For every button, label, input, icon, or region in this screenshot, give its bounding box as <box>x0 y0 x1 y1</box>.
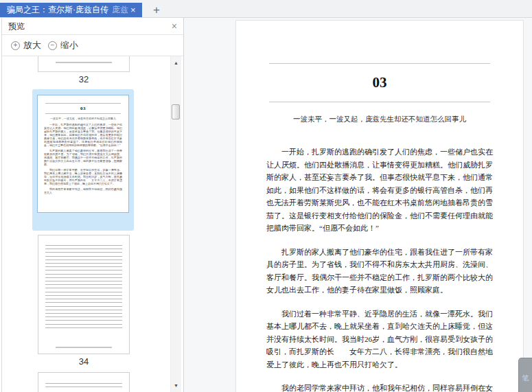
chapter-heading: 03 <box>266 74 493 91</box>
scroll-down-icon[interactable]: ▼ <box>171 382 181 389</box>
scrollbar-thumb[interactable] <box>172 104 180 119</box>
body-paragraph: 扎罗斯的家人搬离了他们豪华的住宅，跟着我住进了一所带有家具的房子里。为了省钱，我… <box>266 246 493 297</box>
preview-toolbar: + 放大 − 缩小 <box>2 35 183 56</box>
notes-handle-label: 笔 <box>522 373 529 383</box>
active-tab-title-faded: 庞兹 <box>112 4 128 16</box>
zoom-in-label: 放大 <box>23 39 41 51</box>
thumbnail-label-34: 34 <box>38 356 130 367</box>
mini-text-lines <box>45 383 122 387</box>
preview-panel: 预览 × + 放大 − 缩小 32 <box>1 18 184 392</box>
mini-paragraph: 我的老同学常来家中拜访，他和我年纪相仿，同样容易拜倒在女人 <box>44 187 122 194</box>
document-page: 03 一波未平，一波又起，庞兹先生却还不知道怎么回事儿 一开始，扎罗斯的逃跑的确… <box>235 20 524 392</box>
body-text: 一开始，扎罗斯的逃跑的确引发了人们的焦虑，一些储户也实在让人厌烦。他们四处散播消… <box>266 146 493 392</box>
scroll-up-icon[interactable]: ▲ <box>171 60 181 67</box>
zoom-in-icon: + <box>11 41 20 50</box>
preview-panel-title: 预览 <box>8 21 25 32</box>
zoom-out-button[interactable]: − 缩小 <box>48 39 78 51</box>
mini-text-lines <box>45 274 122 288</box>
mini-text-lines <box>45 245 122 253</box>
app-window: 骗局之王：查尔斯·庞兹自传 庞兹 × + 预览 × + 放大 − 缩小 <box>0 0 532 392</box>
divider-bottom <box>269 102 490 102</box>
preview-panel-header: 预览 × <box>2 18 183 35</box>
document-view: 03 一波未平，一波又起，庞兹先生却还不知道怎么回事儿 一开始，扎罗斯的逃跑的确… <box>184 18 532 392</box>
mini-chapter-heading: 03 <box>44 106 122 111</box>
chapter-subtitle: 一波未平，一波又起，庞兹先生却还不知道怎么回事儿 <box>266 115 493 124</box>
content-row: 预览 × + 放大 − 缩小 32 <box>0 18 532 392</box>
body-paragraph: 一开始，扎罗斯的逃跑的确引发了人们的焦虑，一些储户也实在让人厌烦。他们四处散播消… <box>266 146 493 235</box>
mini-paragraph: 扎罗斯的家人搬离了他们豪华的住宅，跟着我住进了一所带有家具的房子里。为了省钱，我… <box>44 149 122 166</box>
notes-side-handle[interactable]: 笔 <box>518 358 532 392</box>
body-paragraph: 我的老同学常来家中拜访，他和我年纪相仿，同样容易拜倒在女人 <box>266 382 493 392</box>
active-tab[interactable]: 骗局之王：查尔斯·庞兹自传 庞兹 × <box>0 3 142 17</box>
preview-close-icon[interactable]: × <box>172 21 177 31</box>
mini-text-lines <box>45 324 122 328</box>
thumbnail-page-33-selected[interactable]: 03 一波未平，一波又起，庞兹先生却还不知道怎么回事儿 一开始，扎罗斯的逃跑的确… <box>32 89 134 231</box>
thumbnail-page-35[interactable] <box>38 372 130 392</box>
mini-divider <box>45 113 121 114</box>
thumbnail-page-32[interactable] <box>38 56 130 72</box>
mini-text-lines <box>45 292 122 303</box>
thumbnail-footer-line <box>56 62 112 63</box>
zoom-out-label: 缩小 <box>60 39 78 51</box>
mini-text-lines <box>45 306 122 321</box>
zoom-in-button[interactable]: + 放大 <box>11 39 41 51</box>
active-tab-title: 骗局之王：查尔斯·庞兹自传 <box>7 4 108 16</box>
thumbnails-scrollbar[interactable]: ▲ ▼ <box>170 56 181 392</box>
mini-subtitle: 一波未平，一波又起，庞兹先生却还不知道怎么回事儿 <box>44 117 122 120</box>
thumbnail-footer-line <box>56 347 112 348</box>
mini-text-block: 一波未平，一波又起，庞兹先生却还不知道怎么回事儿 一开始，扎罗斯的逃跑的确引发了… <box>44 115 122 203</box>
tab-bar: 骗局之王：查尔斯·庞兹自传 庞兹 × + <box>0 0 532 18</box>
thumbnail-page-33: 03 一波未平，一波又起，庞兹先生却还不知道怎么回事儿 一开始，扎罗斯的逃跑的确… <box>37 95 129 213</box>
tab-close-icon[interactable]: × <box>130 5 136 14</box>
mini-paragraph: 我们过着一种非常平静、近乎隐居的生活，就像一潭死水。我们基本上哪儿都不去，晚上就… <box>44 168 122 185</box>
zoom-out-icon: − <box>48 41 57 50</box>
mini-paragraph: 一开始，扎罗斯的逃跑的确引发了人们的焦虑，一些储户也实在让人厌烦。他们四处散播消… <box>44 123 122 147</box>
thumbnail-list: 32 03 一波未平，一波又起，庞兹先生却还不知道怎么回事儿 一开始，扎罗斯的逃… <box>2 56 183 392</box>
thumbnail-page-34[interactable] <box>38 235 130 354</box>
divider-top <box>269 63 490 64</box>
new-tab-button[interactable]: + <box>142 3 171 17</box>
body-paragraph: 我们过着一种非常平静、近乎隐居的生活，就像一潭死水。我们基本上哪儿都不去，晚上就… <box>266 308 493 371</box>
thumbnail-label-32: 32 <box>38 74 130 84</box>
mini-text-lines <box>45 256 122 270</box>
mini-divider <box>45 103 121 104</box>
